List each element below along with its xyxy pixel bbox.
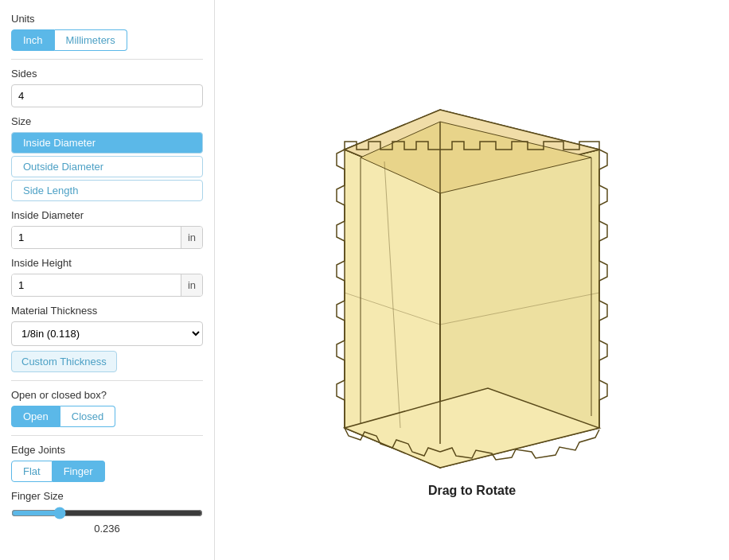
inside-height-input[interactable] bbox=[12, 274, 181, 296]
open-closed-group: Open or closed box? Open Closed bbox=[11, 389, 203, 427]
finger-size-slider[interactable] bbox=[11, 507, 203, 519]
divider-3 bbox=[11, 435, 203, 436]
finger-size-group: Finger Size 0.236 bbox=[11, 490, 203, 535]
sides-group: Sides bbox=[11, 68, 203, 107]
custom-thickness-btn[interactable]: Custom Thickness bbox=[11, 351, 117, 372]
flat-btn[interactable]: Flat bbox=[11, 461, 53, 482]
inside-height-group: Inside Height in bbox=[11, 257, 203, 297]
finger-size-label: Finger Size bbox=[11, 490, 203, 502]
size-group: Size Inside Diameter Outside Diameter Si… bbox=[11, 115, 203, 201]
sides-label: Sides bbox=[11, 68, 203, 80]
units-btn-group: Inch Millimeters bbox=[11, 29, 203, 51]
size-label: Size bbox=[11, 115, 203, 127]
drag-to-rotate-label: Drag to Rotate bbox=[428, 484, 516, 498]
material-thickness-select[interactable]: 1/8in (0.118) 1/4in (0.236) 3/8in (0.354… bbox=[11, 321, 203, 346]
units-mm-btn[interactable]: Millimeters bbox=[55, 29, 127, 51]
open-closed-label: Open or closed box? bbox=[11, 389, 203, 401]
box-3d-preview[interactable] bbox=[281, 62, 663, 476]
inside-diameter-label: Inside Diameter bbox=[11, 209, 203, 221]
open-closed-btn-group: Open Closed bbox=[11, 406, 203, 427]
finger-btn[interactable]: Finger bbox=[53, 461, 105, 482]
inside-diameter-group: Inside Diameter in bbox=[11, 209, 203, 249]
inside-height-unit: in bbox=[181, 274, 202, 296]
edge-joints-group: Edge Joints Flat Finger bbox=[11, 444, 203, 482]
sides-input[interactable] bbox=[11, 84, 203, 107]
left-panel: Units Inch Millimeters Sides Size Inside… bbox=[0, 0, 215, 560]
material-thickness-group: Material Thickness 1/8in (0.118) 1/4in (… bbox=[11, 305, 203, 372]
size-side-length-btn[interactable]: Side Length bbox=[11, 180, 203, 201]
inside-diameter-input[interactable] bbox=[12, 227, 181, 248]
finger-size-slider-container: 0.236 bbox=[11, 507, 203, 535]
units-group: Units Inch Millimeters bbox=[11, 13, 203, 51]
size-inside-diameter-btn[interactable]: Inside Diameter bbox=[11, 132, 203, 154]
divider-1 bbox=[11, 59, 203, 60]
divider-2 bbox=[11, 380, 203, 381]
open-btn[interactable]: Open bbox=[11, 406, 60, 427]
edge-joints-btn-group: Flat Finger bbox=[11, 461, 203, 482]
inside-height-field: in bbox=[11, 274, 203, 297]
material-thickness-label: Material Thickness bbox=[11, 305, 203, 317]
inside-height-label: Inside Height bbox=[11, 257, 203, 269]
units-inch-btn[interactable]: Inch bbox=[11, 29, 55, 51]
closed-btn[interactable]: Closed bbox=[60, 406, 115, 427]
size-outside-diameter-btn[interactable]: Outside Diameter bbox=[11, 156, 203, 177]
units-label: Units bbox=[11, 13, 203, 25]
size-btn-group: Inside Diameter Outside Diameter Side Le… bbox=[11, 132, 203, 201]
inside-diameter-field: in bbox=[11, 226, 203, 249]
finger-size-value: 0.236 bbox=[11, 523, 203, 535]
edge-joints-label: Edge Joints bbox=[11, 444, 203, 456]
right-panel: Drag to Rotate bbox=[215, 0, 729, 560]
inside-diameter-unit: in bbox=[181, 227, 202, 248]
